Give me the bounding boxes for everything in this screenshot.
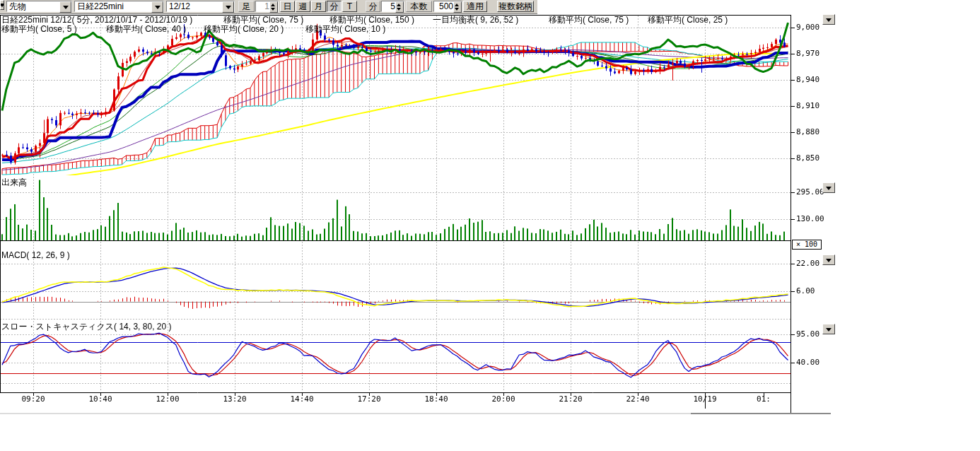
time-axis-label: 10/19 (689, 394, 721, 404)
stoch-axis-label: 40.00 (796, 358, 833, 367)
bar-interval-stepper[interactable]: 1 (255, 1, 279, 12)
chevron-down-icon (0, 4, 4, 7)
stochastics-pane-label: スロー・ストキャスティクス( 14, 3, 80, 20 ) (1, 321, 171, 333)
bar-count-value: 500 (439, 1, 453, 11)
period-button-4[interactable]: 分 (327, 1, 342, 12)
minute-stepper[interactable]: 5 (381, 1, 404, 12)
macd-pane-menu-button[interactable] (822, 254, 835, 265)
price-axis-label: 8,910 (796, 101, 833, 110)
market-combo[interactable]: 先物 (6, 1, 72, 12)
spinner-buttons[interactable] (453, 1, 462, 13)
contract-month-combo[interactable]: 12/12 (166, 1, 235, 12)
spin-down-icon (455, 8, 459, 11)
price-axis-label: 8,850 (796, 153, 833, 163)
partial-combo-arrow[interactable] (0, 0, 4, 10)
spin-up-icon (271, 4, 275, 6)
contract-combo-value: 12/12 (169, 1, 190, 11)
time-axis-label: 10:40 (85, 394, 116, 404)
time-axis-label: 01: (748, 394, 779, 404)
minute-label: 分 (366, 1, 380, 12)
time-axis-label: 13:20 (219, 394, 250, 404)
spin-down-icon (271, 8, 275, 11)
price-axis-label: 8,880 (796, 127, 833, 136)
macd-axis-label: 6.00 (796, 286, 833, 295)
bar-interval-value: 1 (264, 1, 269, 11)
symbol-combo[interactable]: 日経225mini (74, 1, 164, 12)
period-button-2[interactable]: 週 (296, 1, 310, 12)
legend-item: 移動平均( Close, 10 ) (305, 23, 385, 35)
minute-value: 5 (390, 1, 395, 11)
chevron-down-icon (826, 259, 832, 262)
legend-item: 一目均衡表( 9, 26, 52 ) (433, 14, 518, 26)
chevron-down-icon[interactable] (222, 1, 234, 13)
period-button-3[interactable]: 月 (311, 1, 326, 12)
toolbar: 先物 日経225mini 12/12 足 1 日週月分T 分 5 本数 500 … (0, 0, 537, 14)
apply-button[interactable]: 適用 (463, 1, 487, 12)
legend-item: 移動平均( Close, 40 ) (106, 23, 186, 35)
chevron-down-icon (826, 18, 832, 22)
time-axis-label: 09:20 (18, 394, 49, 404)
stochastics-pane-menu-button[interactable] (822, 324, 835, 334)
volume-axis-label: 130.00 (796, 214, 833, 223)
legend-item: 移動平均( Close, 25 ) (648, 14, 728, 26)
spin-up-icon (397, 4, 401, 6)
time-axis-label: 14:40 (286, 394, 317, 404)
legend-item: 移動平均( Close, 20 ) (204, 23, 284, 35)
legend-item: 移動平均( Close, 75 ) (549, 14, 629, 26)
period-button-1[interactable]: 日 (280, 1, 295, 12)
spinner-buttons[interactable] (395, 1, 404, 13)
price-axis-label: 8,940 (796, 75, 833, 84)
chevron-down-icon (826, 328, 832, 332)
scrollbar-thumb[interactable] (691, 413, 831, 414)
multi-symbol-button[interactable]: 複数銘柄 (497, 1, 534, 12)
time-axis-label: 20:00 (488, 394, 519, 404)
legend-item: 移動平均( Close, 5 ) (1, 23, 77, 35)
time-axis-label: 17:20 (354, 394, 385, 404)
macd-pane-label: MACD( 12, 26, 9 ) (1, 250, 70, 260)
price-pane-menu-button[interactable] (822, 14, 835, 25)
time-axis-label: 22:40 (622, 394, 653, 404)
symbol-combo-value: 日経225mini (77, 1, 124, 11)
bar-count-stepper[interactable]: 500 (433, 1, 462, 12)
chevron-down-icon (826, 187, 832, 190)
bar-type-label: 足 (238, 1, 255, 12)
price-axis-label: 8,970 (796, 49, 833, 58)
volume-pane-menu-button[interactable] (822, 182, 835, 193)
spin-down-icon (397, 8, 401, 11)
time-axis-label: 21:20 (555, 394, 586, 404)
period-button-5[interactable]: T (342, 1, 357, 12)
chart-canvas[interactable] (0, 14, 834, 417)
chart-application: 先物 日経225mini 12/12 足 1 日週月分T 分 5 本数 500 … (0, 0, 980, 451)
volume-pane-label: 出来高 (1, 177, 27, 189)
time-axis-label: 18:40 (421, 394, 452, 404)
bar-count-label: 本数 (406, 1, 432, 12)
time-axis-label: 12:00 (152, 394, 183, 404)
scrollbar-track[interactable] (0, 413, 691, 414)
spinner-buttons[interactable] (269, 1, 278, 13)
chevron-down-icon[interactable] (59, 1, 71, 13)
chevron-down-icon[interactable] (151, 1, 163, 13)
spin-up-icon (455, 4, 459, 6)
volume-multiplier-badge: × 100 (792, 240, 822, 250)
market-combo-value: 先物 (9, 1, 26, 11)
